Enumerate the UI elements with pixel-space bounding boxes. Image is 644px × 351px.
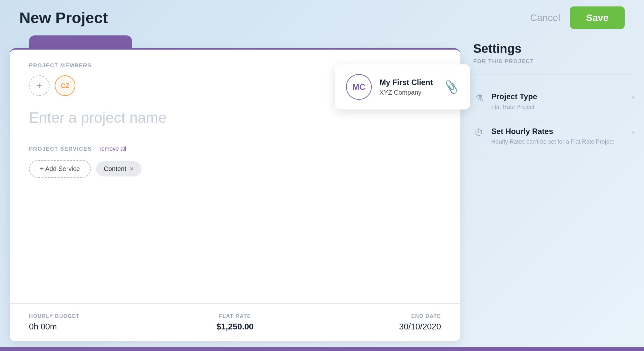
header: New Project Cancel Save [0,0,644,35]
project-name-input[interactable] [29,109,441,126]
client-initials: MC [352,82,365,92]
add-member-button[interactable]: + [29,75,50,96]
hourly-rates-setting[interactable]: ⏱ Set Hourly Rates Hourly Rates can't be… [473,119,634,154]
project-type-setting[interactable]: ⚗ Project Type Flat Rate Project › [473,84,634,119]
flask-icon: ⚗ [473,93,485,103]
flat-rate-item: FLAT RATE $1,250.00 [166,313,303,332]
hourly-budget-value: 0h 00m [29,322,166,332]
hourly-budget-label: HOURLY BUDGET [29,313,166,319]
member-avatar: CZ [55,75,75,96]
header-actions: Cancel Save [530,6,625,29]
flat-rate-label: FLAT RATE [166,313,303,319]
client-avatar: MC [346,74,372,100]
bottom-bar [0,347,644,351]
service-tag-remove[interactable]: ✕ [130,166,134,172]
hourly-budget-item: HOURLY BUDGET 0h 00m [29,313,166,332]
end-date-item: END DATE 30/10/2020 [304,313,441,332]
remove-all-link[interactable]: remove all [100,146,126,152]
add-service-label: + Add Service [40,165,80,173]
flat-rate-value: $1,250.00 [166,322,303,332]
service-tag: Content ✕ [96,161,141,176]
clip-icon: 📎 [443,79,460,95]
settings-panel: Settings FOR THIS PROJECT ⚗ Project Type… [473,35,634,341]
page-title: New Project [19,9,108,27]
end-date-value: 30/10/2020 [304,322,441,332]
services-row: + Add Service Content ✕ [29,160,441,178]
clock-icon: ⏱ [473,128,485,138]
hourly-rates-value: Hourly Rates can't be set for a Flat Rat… [491,138,626,146]
project-type-content: Project Type Flat Rate Project [491,92,626,111]
client-company: XYZ Company [380,89,437,96]
service-tag-label: Content [104,165,126,173]
client-card: MC My First Client XYZ Company 📎 [335,64,470,109]
hourly-rates-content: Set Hourly Rates Hourly Rates can't be s… [491,127,626,146]
add-service-button[interactable]: + Add Service [29,160,91,178]
project-panel-wrapper: PROJECT MEMBERS + CZ PROJECT SERVICES re… [10,35,460,341]
hourly-rates-title: Set Hourly Rates [491,127,626,136]
services-label: PROJECT SERVICES [29,146,92,152]
settings-divider [473,74,634,75]
hourly-rates-arrow: › [632,128,634,137]
services-header: PROJECT SERVICES remove all [29,146,441,152]
save-button[interactable]: Save [570,6,625,29]
client-name: My First Client [380,78,437,87]
settings-subtitle: FOR THIS PROJECT [473,58,634,65]
budget-row: HOURLY BUDGET 0h 00m FLAT RATE $1,250.00… [10,303,460,341]
client-info: My First Client XYZ Company [380,78,437,96]
project-type-value: Flat Rate Project [491,103,626,111]
member-initials: CZ [61,82,70,90]
project-type-arrow: › [632,93,634,102]
cancel-button[interactable]: Cancel [530,12,560,23]
main-layout: PROJECT MEMBERS + CZ PROJECT SERVICES re… [10,35,634,341]
end-date-label: END DATE [304,313,441,319]
settings-title: Settings [473,42,634,56]
project-type-title: Project Type [491,92,626,101]
